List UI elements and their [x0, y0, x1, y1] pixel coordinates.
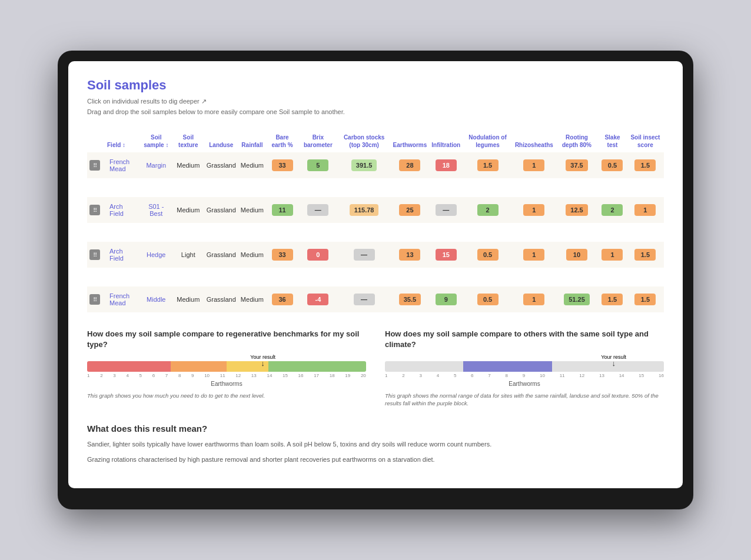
field-name[interactable]: French Mead [102, 285, 140, 312]
th-rhizosheaths: Rhizosheaths [513, 130, 556, 152]
table-row[interactable]: ⠿French MeadMiddleMediumGrasslandMedium3… [87, 285, 664, 312]
cell-infiltration[interactable]: 9 [429, 285, 463, 312]
drag-handle[interactable]: ⠿ [89, 249, 100, 260]
cell-slake_test[interactable]: 1 [598, 240, 627, 269]
field-name[interactable]: Arch Field [102, 240, 140, 269]
cell-brix[interactable]: — [298, 195, 338, 225]
cell-carbon_stocks[interactable]: — [338, 285, 391, 312]
cell-soil_insect[interactable]: 1 [627, 195, 664, 225]
left-chart-block: How does my soil sample compare to regen… [87, 329, 366, 407]
cell-brix[interactable]: -4 [298, 285, 338, 312]
value-rhizosheaths: 1 [523, 204, 544, 216]
cell-infiltration[interactable]: 18 [429, 152, 463, 180]
value-rooting_depth: 37.5 [566, 159, 587, 171]
cell-nodulation[interactable]: 0.5 [463, 285, 513, 312]
sample-name[interactable]: Hedge [140, 240, 172, 269]
field-name[interactable]: French Mead [102, 152, 140, 180]
left-tick-row: 123 456 789 101112 131415 161718 1920 [87, 373, 366, 378]
value-infiltration: 18 [436, 159, 457, 171]
what-result-block: What does this result mean? Sandier, lig… [87, 424, 664, 465]
right-seg-gray2 [552, 361, 664, 372]
th-nodulation: Nodulation of legumes [463, 130, 513, 152]
cell-slake_test[interactable]: 2 [598, 195, 627, 225]
right-bar-track [385, 361, 664, 372]
value-infiltration: — [436, 204, 457, 216]
value-nodulation: 0.5 [477, 294, 499, 305]
th-soil-sample[interactable]: Soil sample ↕ [140, 130, 172, 152]
value-brix: 0 [307, 249, 328, 261]
cell-infiltration[interactable]: 15 [429, 240, 463, 269]
value-carbon_stocks: 115.78 [350, 204, 379, 216]
value-rhizosheaths: 1 [523, 294, 544, 305]
cell-rooting_depth[interactable]: 12.5 [556, 195, 598, 225]
table-row[interactable]: ⠿French MeadMarginMediumGrasslandMedium3… [87, 152, 664, 180]
cell-carbon_stocks[interactable]: 115.78 [338, 195, 391, 225]
value-brix: — [307, 204, 328, 216]
right-axis-label: Earthworms [385, 381, 664, 387]
cell-rooting_depth[interactable]: 10 [556, 240, 598, 269]
soil-texture: Medium [172, 152, 204, 180]
cell-slake_test[interactable]: 0.5 [598, 152, 627, 180]
cell-infiltration[interactable]: — [429, 195, 463, 225]
cell-soil_insect[interactable]: 1.5 [627, 285, 664, 312]
drag-handle[interactable]: ⠿ [89, 160, 100, 171]
sample-name[interactable]: S01 - Best [140, 195, 172, 225]
value-soil_insect: 1 [634, 204, 656, 216]
cell-bare_earth[interactable]: 33 [266, 240, 298, 269]
right-arrow-indicator: ↓ [612, 359, 616, 368]
rainfall: Medium [238, 195, 266, 225]
sample-name[interactable]: Middle [140, 285, 172, 312]
cell-earthworms[interactable]: 25 [391, 195, 430, 225]
table-row[interactable]: ⠿Arch FieldHedgeLightGrasslandMedium330—… [87, 240, 664, 269]
field-name[interactable]: Arch Field [102, 195, 140, 225]
cell-earthworms[interactable]: 13 [391, 240, 430, 269]
cell-soil_insect[interactable]: 1.5 [627, 240, 664, 269]
cell-nodulation[interactable]: 2 [463, 195, 513, 225]
cell-rooting_depth[interactable]: 51.25 [556, 285, 598, 312]
value-soil_insect: 1.5 [634, 249, 656, 261]
cell-brix[interactable]: 0 [298, 240, 338, 269]
subtitle: Click on individual results to dig deepe… [87, 96, 664, 117]
rainfall: Medium [238, 285, 266, 312]
drag-handle[interactable]: ⠿ [89, 294, 100, 305]
cell-bare_earth[interactable]: 36 [266, 285, 298, 312]
value-brix: 5 [307, 159, 328, 171]
landuse: Grassland [204, 195, 238, 225]
value-bare_earth: 36 [272, 294, 293, 305]
cell-bare_earth[interactable]: 33 [266, 152, 298, 180]
cell-slake_test[interactable]: 1.5 [598, 285, 627, 312]
drag-handle[interactable]: ⠿ [89, 205, 100, 215]
landuse: Grassland [204, 152, 238, 180]
cell-earthworms[interactable]: 28 [391, 152, 430, 180]
what-result-p1: Sandier, lighter soils typically have lo… [87, 439, 664, 450]
soil-texture: Light [172, 240, 204, 269]
cell-rhizosheaths[interactable]: 1 [513, 152, 556, 180]
sample-name[interactable]: Margin [140, 152, 172, 180]
cell-rhizosheaths[interactable]: 1 [513, 240, 556, 269]
cell-carbon_stocks[interactable]: — [338, 240, 391, 269]
th-field[interactable]: Field ↕ [102, 130, 140, 152]
th-earthworms: Earthworms [391, 130, 430, 152]
value-bare_earth: 33 [272, 249, 293, 261]
table-row[interactable]: ⠿Arch FieldS01 - BestMediumGrasslandMedi… [87, 195, 664, 225]
th-rainfall: Rainfall [238, 130, 266, 152]
cell-rhizosheaths[interactable]: 1 [513, 285, 556, 312]
cell-rooting_depth[interactable]: 37.5 [556, 152, 598, 180]
cell-carbon_stocks[interactable]: 391.5 [338, 152, 391, 180]
cell-soil_insect[interactable]: 1.5 [627, 152, 664, 180]
cell-bare_earth[interactable]: 11 [266, 195, 298, 225]
value-carbon_stocks: — [354, 294, 375, 305]
cell-nodulation[interactable]: 1.5 [463, 152, 513, 180]
value-soil_insect: 1.5 [634, 159, 656, 171]
left-arrow-indicator: ↓ [261, 359, 265, 368]
value-carbon_stocks: — [354, 249, 375, 261]
th-soil-texture: Soil texture [172, 130, 204, 152]
value-soil_insect: 1.5 [634, 294, 656, 305]
cell-rhizosheaths[interactable]: 1 [513, 195, 556, 225]
right-seg-gray1 [385, 361, 463, 372]
cell-brix[interactable]: 5 [298, 152, 338, 180]
cell-earthworms[interactable]: 35.5 [391, 285, 430, 312]
value-earthworms: 35.5 [399, 294, 421, 305]
value-slake_test: 1 [602, 249, 623, 261]
cell-nodulation[interactable]: 0.5 [463, 240, 513, 269]
